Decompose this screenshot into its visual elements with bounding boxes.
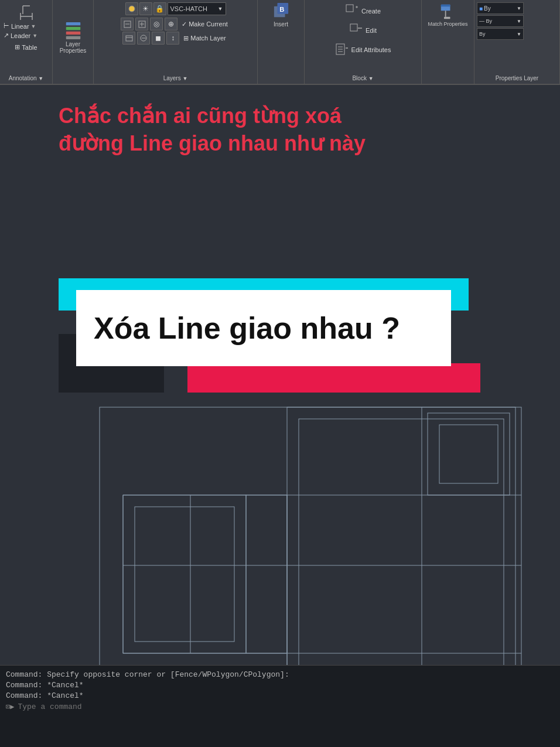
match-layer-icon: ⊞ [183,35,189,42]
layer-icon2[interactable]: ☀ [139,2,152,15]
block-section: Create Edit [305,0,422,84]
layers-label: Layers ▼ [94,75,257,81]
create-row: Create [343,2,383,20]
svg-rect-51 [428,413,510,495]
command-line2: Command: *Cancel* [6,681,554,690]
svg-rect-38 [135,507,234,642]
svg-rect-25 [350,24,357,31]
svg-rect-6 [66,26,80,29]
command-input[interactable] [18,702,554,711]
layer-btn-g[interactable]: ◼ [152,32,165,45]
svg-rect-22 [346,5,353,12]
layer-icon3[interactable]: 🔒 [153,2,166,15]
layer-dropdown-chevron: ▼ [218,6,223,12]
dimension-button[interactable] [2,2,50,21]
match-properties-button[interactable]: Match Properties [425,2,470,28]
table-button[interactable]: ⊞ Table [13,42,38,52]
dimension-section: ⊢ Linear ▼ ↗ Leader ▼ ⊞ Table Annotation… [0,0,53,84]
leader-icon: ↗ [4,32,9,39]
edit-row: Edit [347,22,379,39]
svg-rect-41 [299,419,504,665]
toolbar: ⊢ Linear ▼ ↗ Leader ▼ ⊞ Table Annotation… [0,0,560,85]
create-button[interactable]: Create [343,2,383,20]
make-current-icon: ✓ [182,21,187,28]
card-container: Xóa Line giao nhau ? [59,278,480,393]
layers-row1: ◎ ⊕ ✓ Make Current [121,18,230,30]
layers-section: ☀ 🔒 VSC-HATCH ▼ [94,0,258,84]
svg-point-9 [129,6,135,12]
layer-btn-b[interactable] [135,18,148,30]
annotation-label: Annotation ▼ [0,75,52,81]
layer-btn-h[interactable]: ↕ [166,32,179,45]
props-row1: ■ By ▼ [477,2,557,14]
insert-button[interactable]: B Insert [271,2,292,29]
linear-button[interactable]: ⊢ Linear ▼ [2,22,50,30]
leader-button[interactable]: ↗ Leader ▼ [2,31,50,40]
block-label: Block ▼ [305,75,421,81]
insert-section-label [258,75,304,81]
color-dropdown[interactable]: ■ By ▼ [477,2,524,14]
command-input-row: ⊡▶ [6,702,554,711]
match-layer-button[interactable]: ⊞ Match Layer [181,33,228,43]
table-icon: ⊞ [15,43,20,51]
svg-rect-15 [126,36,132,41]
properties-section: ■ By ▼ — By ▼ By ▼ Properties Layer [474,0,560,84]
leader-dropdown-icon[interactable]: ▼ [32,33,37,39]
edit-attr-icon [335,42,349,57]
match-props-label [422,75,474,81]
command-line3: Command: *Cancel* [6,691,554,700]
svg-rect-7 [66,31,80,34]
svg-text:B: B [279,6,284,13]
command-prompt-icon: ⊡▶ [6,702,14,711]
linetype-dropdown[interactable]: — By ▼ [477,15,524,27]
props-row3: By ▼ [477,28,557,40]
layer-properties-button[interactable]: Layer Properties [55,21,91,55]
viet-text: Chắc chắn ai cũng từng xoá đường Line gi… [59,103,366,158]
edit-icon [349,23,363,38]
layer-btn-a[interactable] [121,18,134,30]
svg-rect-40 [287,407,515,665]
svg-rect-39 [246,495,287,653]
linear-icon: ⊢ [4,22,9,30]
insert-icon: B [273,4,289,20]
layer-icon1[interactable] [125,2,138,15]
svg-rect-36 [100,407,521,665]
layers-row2: ◼ ↕ ⊞ Match Layer [122,32,228,45]
viet-line1: Chắc chắn ai cũng từng xoá [59,103,366,130]
svg-rect-8 [66,36,80,39]
properties-rows: ■ By ▼ — By ▼ By ▼ [477,2,557,40]
svg-rect-33 [441,5,450,7]
svg-rect-37 [123,495,246,653]
properties-layer-label: Properties Layer [474,75,559,81]
layer-btn-c[interactable]: ◎ [150,18,163,30]
layers-top-row: ☀ 🔒 VSC-HATCH ▼ [125,2,226,15]
make-current-button[interactable]: ✓ Make Current [179,19,230,29]
cad-drawing [94,401,527,665]
layer-btn-f[interactable] [137,32,150,45]
command-line1: Command: Specify opposite corner or [Fen… [6,670,554,679]
match-properties-icon [440,4,456,20]
insert-section: B Insert [258,0,305,84]
layer-btn-e[interactable] [122,32,135,45]
card-red-bar [187,363,480,393]
layer-dropdown[interactable]: VSC-HATCH ▼ [168,2,226,15]
layer-properties-icon [65,22,81,39]
card-main-text: Xóa Line giao nhau ? [94,311,400,346]
edit-attributes-button[interactable]: Edit Attributes [333,41,394,59]
lineweight-dropdown[interactable]: By ▼ [477,28,524,40]
layers-bottom-label [53,75,93,81]
layer-btn-d[interactable]: ⊕ [165,18,177,30]
edit-attributes-row: Edit Attributes [333,41,394,59]
props-row2: — By ▼ [477,15,557,27]
viet-line2: đường Line giao nhau như này [59,130,366,158]
match-properties-section: Match Properties [422,0,474,84]
svg-rect-5 [66,22,80,25]
edit-button[interactable]: Edit [347,22,379,39]
svg-rect-35 [444,17,450,19]
linear-dropdown-icon[interactable]: ▼ [31,23,36,29]
card-white-box: Xóa Line giao nhau ? [76,290,451,366]
dimension-icon [18,4,35,20]
command-area: Command: Specify opposite corner or [Fen… [0,665,560,747]
canvas-area: Chắc chắn ai cũng từng xoá đường Line gi… [0,85,560,665]
svg-rect-52 [439,425,498,483]
